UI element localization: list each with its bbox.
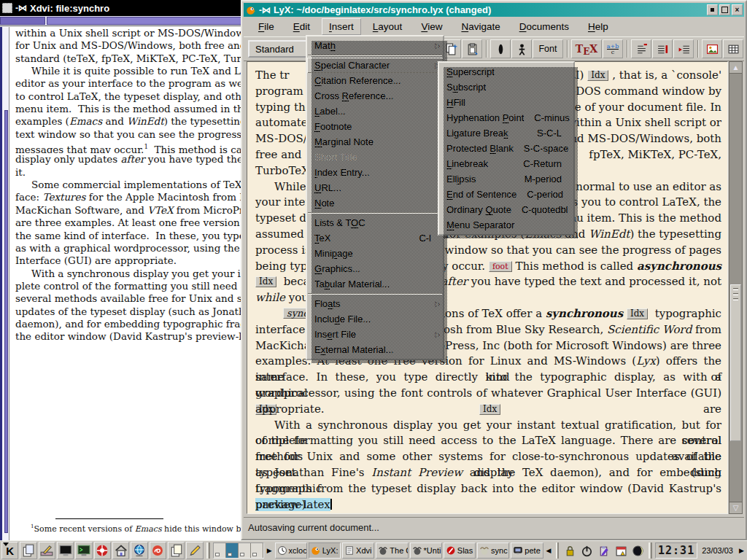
menubar-item-navigate[interactable]: Navigate [454,18,507,35]
menu-item-index-entry[interactable]: Index Entry... [307,165,443,180]
menu-item-protected-blank[interactable]: Protected BlankS-C-space [439,141,573,156]
task-button-xdvi[interactable]: Xdvi [342,542,374,559]
pencil-launcher-button[interactable] [186,542,203,559]
xdvi-horizontal-scrollbar[interactable] [0,16,242,26]
close-button[interactable]: × [732,4,743,15]
index-inset-button[interactable]: Idx [479,404,500,415]
menu-item-subscript[interactable]: Subscript [439,79,573,95]
home-launcher-button[interactable] [112,542,129,559]
index-inset-button[interactable]: Idx [627,308,648,319]
index-inset-button[interactable]: Idx [587,70,608,81]
task-button-sync[interactable]: sync [477,542,509,559]
menu-item-superscript[interactable]: Superscript [439,64,573,79]
panel-hide-arrow-icon[interactable]: ▶ [738,547,746,554]
menubar-item-documents[interactable]: Documents [512,18,576,35]
xdvi-vscroll-thumb[interactable] [4,110,8,533]
menu-item-external-material[interactable]: External Material... [307,342,443,357]
scroll-up-arrow[interactable]: ▲ [729,62,742,74]
task-button-pete[interactable]: pete [511,542,543,559]
windowlist-launcher-button[interactable] [20,542,36,559]
menubar-item-help[interactable]: Help [581,18,616,35]
figure-button[interactable] [702,39,722,58]
index-inset-button[interactable]: Idx [255,276,276,287]
pager-desktop-4[interactable] [251,543,263,558]
menu-item-insert-file[interactable]: Insert File▷ [307,327,443,342]
power-tray-button[interactable] [579,542,595,559]
menu-item-hfill[interactable]: HFill [439,95,573,110]
menu-item-hyphenation-point[interactable]: Hyphenation PointC-minus [439,110,573,125]
depth-button[interactable] [673,39,694,58]
xdvi-hscroll-segment[interactable] [0,17,45,25]
pendesk-launcher-button[interactable] [39,542,55,559]
papers-launcher-button[interactable] [168,542,185,559]
menu-item-menu-separator[interactable]: Menu Separator [439,217,573,233]
task-button-lyx[interactable]: LyX: [309,542,341,559]
menu-item-citation-reference[interactable]: Citation Reference... [307,73,443,88]
font-button[interactable]: Font [533,39,563,58]
noun-button[interactable] [511,39,532,58]
menu-item-include-file[interactable]: Include File... [307,311,443,327]
menu-item-ordinary-quote[interactable]: Ordinary QuoteC-quotedbl [439,202,573,217]
taskbar-scroll-left-icon[interactable]: ▶ [266,547,274,554]
menu-item-note[interactable]: Note [307,195,443,211]
globe-launcher-button[interactable] [131,542,147,559]
lock-tray-button[interactable] [562,542,577,559]
menu-item-end-of-sentence[interactable]: End of SentenceC-period [439,187,573,202]
lyx-titlebar[interactable]: -⋈ LyX: ~/doc/beginlatex/src/synchro.lyx… [244,3,744,17]
menu-item-minipage[interactable]: Minipage [307,246,443,261]
menubar-item-edit[interactable]: Edit [286,18,317,35]
menu-item-math[interactable]: Math▷ [307,38,443,53]
task-button-slas[interactable]: Slas [444,542,476,559]
terminal-launcher-button[interactable] [57,542,74,559]
task-button-xcloc[interactable]: xcloc [275,542,307,559]
menu-item-cross-reference[interactable]: Cross Reference... [307,88,443,104]
xdvi-hscroll-thumb[interactable] [47,17,242,25]
tex-mode-button[interactable]: TEX [571,39,602,58]
menu-item-footnote[interactable]: Footnote [307,119,443,134]
scroll-down-arrow[interactable]: ▽ [729,502,742,513]
paragraph-style-combo[interactable]: Standard [248,40,314,58]
menu-item-floats[interactable]: Floats▷ [307,296,443,311]
footnote-button[interactable] [631,39,651,58]
menu-item-linebreak[interactable]: LinebreakC-Return [439,156,573,171]
menubar-item-layout[interactable]: Layout [365,18,410,35]
emph-button[interactable] [490,39,511,58]
menu-item-tex[interactable]: TeXC-l [307,230,443,246]
konsole-launcher-button[interactable] [75,542,92,559]
task-button-unti[interactable]: *Unti [410,542,442,559]
minimize-button[interactable] [707,4,718,15]
table-button[interactable] [723,39,743,58]
xdvi-vertical-scrollbar[interactable] [0,27,9,540]
menu-item-special-character[interactable]: Special Character▷ [307,58,443,73]
paste-button[interactable] [462,39,482,58]
scrollbar-thumb[interactable] [730,284,741,441]
menu-item-url[interactable]: URL... [307,180,443,195]
menu-item-tabular-material[interactable]: Tabular Material... [307,276,443,292]
menubar-item-file[interactable]: File [251,18,282,35]
redswirl-launcher-button[interactable] [150,542,166,559]
menubar-item-view[interactable]: View [414,18,449,35]
menu-item-graphics[interactable]: Graphics... [307,261,443,276]
menu-item-short-title[interactable]: Short Title [307,149,443,165]
menubar-item-insert[interactable]: Insert [322,18,361,35]
organizer-tray-button[interactable] [613,542,628,559]
taskbar-scroll-right-icon[interactable]: ◀ [545,547,553,554]
xdvi-titlebar[interactable]: -⋈ Xdvi: file:synchro [0,0,242,16]
panel-handle[interactable] [556,542,560,559]
menu-item-ligature-break[interactable]: Ligature BreakS-C-L [439,125,573,141]
moon-tray-button[interactable] [630,542,646,559]
pager-desktop-2[interactable] [226,543,239,558]
menu-item-lists-toc[interactable]: Lists & TOC [307,215,443,230]
marginpar-button[interactable] [652,39,673,58]
panel-handle[interactable] [206,542,210,559]
panel-handle[interactable] [649,542,652,559]
math-mode-button[interactable]: a+bc [603,39,623,58]
menu-item-label[interactable]: Label... [307,104,443,119]
help-launcher-button[interactable] [94,542,111,559]
klipper-tray-button[interactable] [596,542,611,559]
pager-desktop-3[interactable] [239,543,251,558]
menu-item-ellipsis[interactable]: EllipsisM-period [439,171,573,187]
pager-desktop-1[interactable] [214,543,226,558]
task-button-theg[interactable]: The G [376,542,408,559]
footnote-inset-button[interactable]: foot [489,261,512,272]
